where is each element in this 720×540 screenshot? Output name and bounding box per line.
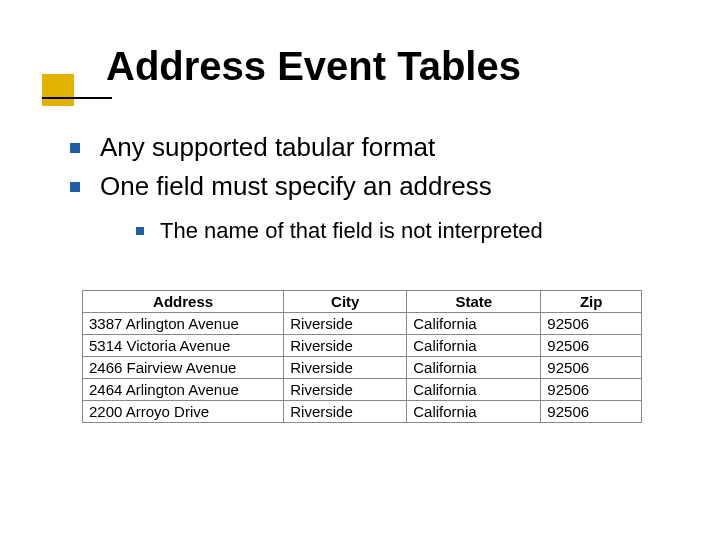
bullet-content: Any supported tabular format One field m…: [70, 130, 670, 251]
table-cell: California: [407, 357, 541, 379]
title-divider: [42, 97, 112, 99]
table-cell: California: [407, 313, 541, 335]
title-block: Address Event Tables: [48, 44, 521, 89]
table-header-cell: Address: [83, 291, 284, 313]
table-cell: 92506: [541, 379, 642, 401]
bullet-level1-item: Any supported tabular format: [70, 130, 670, 165]
table-cell: 92506: [541, 401, 642, 423]
table-cell: 92506: [541, 313, 642, 335]
table-cell: Riverside: [284, 335, 407, 357]
table-cell: 2200 Arroyo Drive: [83, 401, 284, 423]
table-cell: 92506: [541, 357, 642, 379]
table-cell: California: [407, 401, 541, 423]
table-cell: Riverside: [284, 313, 407, 335]
table-cell: 3387 Arlington Avenue: [83, 313, 284, 335]
bullet-text: Any supported tabular format: [100, 132, 435, 162]
table-row: 2200 Arroyo Drive Riverside California 9…: [83, 401, 642, 423]
table-cell: 5314 Victoria Avenue: [83, 335, 284, 357]
address-table: Address City State Zip 3387 Arlington Av…: [82, 290, 642, 423]
table-header-cell: Zip: [541, 291, 642, 313]
bullet-level2-item: The name of that field is not interprete…: [100, 216, 670, 247]
address-table-wrap: Address City State Zip 3387 Arlington Av…: [82, 290, 642, 423]
table-header-cell: State: [407, 291, 541, 313]
table-row: 3387 Arlington Avenue Riverside Californ…: [83, 313, 642, 335]
table-cell: Riverside: [284, 379, 407, 401]
bullet-list-level1: Any supported tabular format One field m…: [70, 130, 670, 247]
bullet-list-level2: The name of that field is not interprete…: [100, 216, 670, 247]
slide-title: Address Event Tables: [48, 44, 521, 89]
table-row: 5314 Victoria Avenue Riverside Californi…: [83, 335, 642, 357]
table-header-cell: City: [284, 291, 407, 313]
table-cell: 92506: [541, 335, 642, 357]
bullet-text: One field must specify an address: [100, 171, 492, 201]
table-row: 2464 Arlington Avenue Riverside Californ…: [83, 379, 642, 401]
table-cell: Riverside: [284, 401, 407, 423]
slide: Address Event Tables Any supported tabul…: [0, 0, 720, 540]
table-header-row: Address City State Zip: [83, 291, 642, 313]
bullet-level1-item: One field must specify an address The na…: [70, 169, 670, 247]
table-cell: Riverside: [284, 357, 407, 379]
table-row: 2466 Fairview Avenue Riverside Californi…: [83, 357, 642, 379]
bullet-text: The name of that field is not interprete…: [160, 218, 543, 243]
table-cell: California: [407, 379, 541, 401]
table-cell: 2464 Arlington Avenue: [83, 379, 284, 401]
table-cell: California: [407, 335, 541, 357]
table-cell: 2466 Fairview Avenue: [83, 357, 284, 379]
